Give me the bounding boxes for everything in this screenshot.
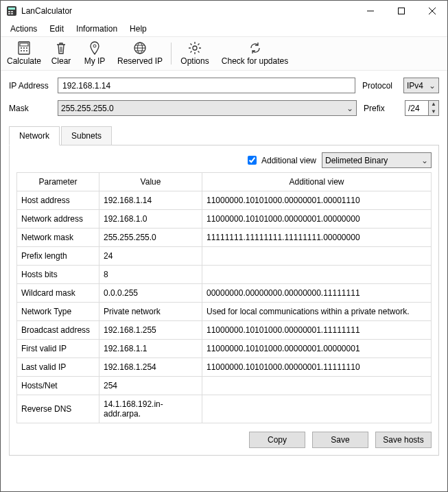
- cell-value: 192.168.1.14: [99, 191, 202, 210]
- tab-network[interactable]: Network: [9, 126, 60, 145]
- additional-view-label: Additional view: [261, 156, 316, 165]
- myip-button[interactable]: My IP: [78, 38, 112, 69]
- table-row[interactable]: Network address192.168.1.011000000.10101…: [17, 210, 432, 229]
- spinner-down-icon[interactable]: ▼: [429, 108, 438, 116]
- cell-value: 192.168.1.254: [99, 358, 202, 377]
- copy-button[interactable]: Copy: [249, 432, 305, 448]
- menu-actions[interactable]: Actions: [5, 23, 43, 35]
- svg-rect-11: [20, 43, 28, 46]
- cell-value: 255.255.255.0: [99, 229, 202, 247]
- prefix-stepper[interactable]: ▲ ▼: [405, 100, 439, 116]
- calculator-icon: [17, 41, 31, 55]
- menu-edit[interactable]: Edit: [44, 23, 69, 35]
- mask-label: Mask: [9, 104, 54, 113]
- cell-value: 254: [99, 377, 202, 395]
- save-button[interactable]: Save: [312, 432, 368, 448]
- additional-view-select[interactable]: Delimeted Binary ⌄: [322, 152, 432, 168]
- table-row[interactable]: Prefix length24: [17, 247, 432, 266]
- table-row[interactable]: Network mask255.255.255.011111111.111111…: [17, 229, 432, 247]
- window-title: LanCalculator: [21, 6, 72, 16]
- reservedip-button[interactable]: Reserved IP: [112, 38, 168, 69]
- chevron-down-icon: ⌄: [429, 81, 436, 91]
- content-area: IP Address Protocol IPv4 ⌄ Mask 255.255.…: [1, 71, 447, 491]
- spinner-up-icon[interactable]: ▲: [429, 101, 438, 108]
- mask-select[interactable]: 255.255.255.0 ⌄: [58, 100, 357, 116]
- protocol-value: IPv4: [407, 81, 423, 91]
- titlebar: LanCalculator: [1, 1, 447, 21]
- table-row[interactable]: Reverse DNS14.1.168.192.in-addr.arpa.: [17, 395, 432, 423]
- column-value: Value: [99, 173, 202, 191]
- cell-addl: 11000000.10101000.00000001.00000000: [202, 210, 432, 229]
- calculate-button[interactable]: Calculate: [3, 38, 45, 69]
- cell-param: First valid IP: [17, 340, 99, 358]
- svg-point-26: [193, 46, 197, 50]
- cell-param: Last valid IP: [17, 358, 99, 377]
- svg-point-17: [26, 50, 27, 51]
- globe-icon: [133, 41, 147, 55]
- svg-rect-3: [11, 11, 13, 12]
- cell-param: Host address: [17, 191, 99, 210]
- additional-view-row: Additional view Delimeted Binary ⌄: [16, 152, 432, 168]
- cell-param: Prefix length: [17, 247, 99, 266]
- svg-point-15: [21, 50, 22, 51]
- cell-param: Broadcast address: [17, 321, 99, 340]
- cell-addl: [202, 247, 432, 266]
- chevron-down-icon: ⌄: [421, 156, 428, 165]
- cell-addl: 11000000.10101000.00000001.11111110: [202, 358, 432, 377]
- table-row[interactable]: Wildcard mask0.0.0.25500000000.00000000.…: [17, 284, 432, 303]
- cell-param: Reverse DNS: [17, 395, 99, 423]
- additional-view-checkbox-input[interactable]: [248, 156, 257, 165]
- additional-view-checkbox[interactable]: Additional view: [245, 154, 316, 167]
- prefix-input[interactable]: [405, 100, 428, 116]
- options-button[interactable]: Options: [174, 38, 215, 69]
- svg-point-20: [93, 45, 96, 47]
- tab-subnets[interactable]: Subnets: [61, 126, 112, 145]
- location-pin-icon: [88, 41, 102, 55]
- ip-row: IP Address Protocol IPv4 ⌄: [9, 78, 439, 93]
- menu-help[interactable]: Help: [124, 23, 152, 35]
- spinner-buttons[interactable]: ▲ ▼: [428, 100, 439, 116]
- updates-button[interactable]: Check for updates: [215, 38, 294, 69]
- mask-row: Mask 255.255.255.0 ⌄ Prefix ▲ ▼: [9, 100, 439, 116]
- cell-param: Network address: [17, 210, 99, 229]
- cell-addl: 00000000.00000000.00000000.11111111: [202, 284, 432, 303]
- cell-addl: Used for local communications within a p…: [202, 303, 432, 321]
- svg-rect-4: [8, 13, 10, 14]
- table-row[interactable]: Hosts/Net254: [17, 377, 432, 395]
- table-row[interactable]: Network TypePrivate networkUsed for loca…: [17, 303, 432, 321]
- toolbar-separator: [171, 43, 172, 65]
- tab-panel-network: Additional view Delimeted Binary ⌄ Param…: [9, 145, 439, 456]
- protocol-label: Protocol: [362, 81, 399, 91]
- svg-point-13: [23, 47, 25, 49]
- close-button[interactable]: [416, 1, 447, 21]
- cell-addl: 11111111.11111111.11111111.00000000: [202, 229, 432, 247]
- cell-addl: [202, 266, 432, 284]
- svg-point-12: [21, 47, 22, 49]
- cell-addl: [202, 377, 432, 395]
- clear-button[interactable]: Clear: [45, 38, 78, 69]
- results-table: Parameter Value Additional view Host add…: [16, 172, 432, 423]
- table-row[interactable]: First valid IP192.168.1.111000000.101010…: [17, 340, 432, 358]
- additional-view-value: Delimeted Binary: [325, 156, 388, 165]
- ip-input[interactable]: [58, 78, 355, 93]
- table-header-row: Parameter Value Additional view: [17, 173, 432, 191]
- table-row[interactable]: Hosts bits8: [17, 266, 432, 284]
- button-row: Copy Save Save hosts: [16, 432, 432, 448]
- cell-value: 0.0.0.255: [99, 284, 202, 303]
- clear-label: Clear: [51, 56, 71, 66]
- options-label: Options: [180, 56, 209, 66]
- column-additional: Additional view: [202, 173, 432, 191]
- savehosts-button[interactable]: Save hosts: [375, 432, 432, 448]
- table-row[interactable]: Broadcast address192.168.1.25511000000.1…: [17, 321, 432, 340]
- cell-addl: 11000000.10101000.00000001.11111111: [202, 321, 432, 340]
- menu-information[interactable]: Information: [71, 23, 123, 35]
- protocol-select[interactable]: IPv4 ⌄: [403, 78, 439, 93]
- maximize-button[interactable]: [386, 1, 416, 21]
- minimize-button[interactable]: [355, 1, 386, 21]
- table-row[interactable]: Host address192.168.1.1411000000.1010100…: [17, 191, 432, 210]
- cell-addl: [202, 395, 432, 423]
- table-row[interactable]: Last valid IP192.168.1.25411000000.10101…: [17, 358, 432, 377]
- reservedip-label: Reserved IP: [117, 56, 163, 66]
- toolbar: Calculate Clear My IP Reserved IP Option…: [1, 36, 447, 71]
- chevron-down-icon: ⌄: [346, 104, 353, 113]
